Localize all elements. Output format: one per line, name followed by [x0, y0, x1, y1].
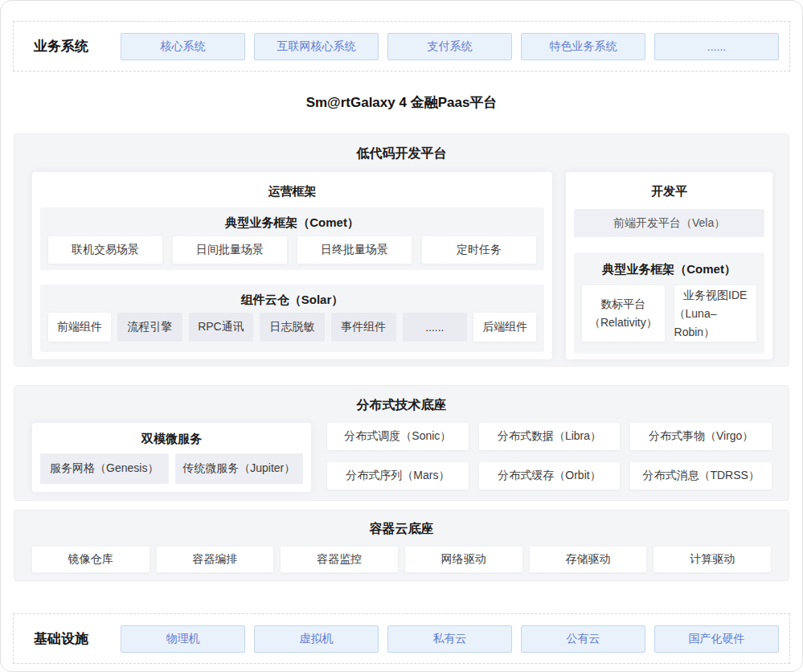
distributed-data-libra[interactable]: 分布式数据（Libra）	[479, 423, 621, 450]
dev-comet-buttons: 数标平台 （Relativity） 业务视图IDE （Luna–Robin）	[582, 285, 756, 342]
low-code-platform-title: 低代码开发平台	[14, 134, 789, 162]
frontend-dev-platform-vela[interactable]: 前端开发平台（Vela）	[574, 209, 764, 237]
dev-platform-card: 开发平 前端开发平台（Vela） 典型业务框架（Comet） 数标平台 （Rel…	[566, 172, 772, 359]
relativity-platform-button[interactable]: 数标平台 （Relativity）	[582, 285, 664, 342]
traditional-microservice-jupiter[interactable]: 传统微服务（Jupiter）	[175, 453, 304, 484]
business-system-more[interactable]: ......	[654, 33, 779, 60]
solar-component-title: 组件云仓（Solar）	[48, 291, 536, 309]
container-monitoring[interactable]: 容器监控	[281, 547, 398, 572]
infrastructure-buttons: 物理机 虚拟机 私有云 公有云 国产化硬件	[121, 625, 779, 653]
platform-title: Sm@rtGalaxy 4 金融Paas平台	[1, 94, 802, 112]
luna-robin-ide-button[interactable]: 业务视图IDE （Luna–Robin）	[674, 285, 756, 342]
service-mesh-genesis[interactable]: 服务网格（Genesis）	[40, 453, 169, 484]
distributed-sequence-mars[interactable]: 分布式序列（Mars）	[327, 462, 469, 490]
low-code-body: 运营框架 典型业务框架（Comet） 联机交易场景 日间批量场景 日终批量场景 …	[14, 162, 789, 359]
business-systems-buttons: 核心系统 互联网核心系统 支付系统 特色业务系统 ......	[121, 33, 779, 60]
infrastructure-label: 基础设施	[34, 629, 96, 648]
dual-mode-microservice-card: 双模微服务 服务网格（Genesis） 传统微服务（Jupiter）	[32, 423, 311, 492]
distributed-body: 双模微服务 服务网格（Genesis） 传统微服务（Jupiter） 分布式调度…	[14, 414, 789, 492]
container-base-section: 容器云底座 镜像仓库 容器编排 容器监控 网络驱动 存储驱动 计算驱动	[14, 510, 789, 581]
low-code-platform-section: 低代码开发平台 运营框架 典型业务框架（Comet） 联机交易场景 日间批量场景…	[14, 133, 789, 367]
infra-private-cloud[interactable]: 私有云	[387, 625, 512, 653]
dual-mode-title: 双模微服务	[32, 423, 311, 447]
dev-comet-framework-title: 典型业务框架（Comet）	[582, 260, 756, 278]
container-base-buttons: 镜像仓库 容器编排 容器监控 网络驱动 存储驱动 计算驱动	[14, 538, 789, 572]
component-backend[interactable]: 后端组件	[473, 313, 536, 342]
distributed-scheduler-sonic[interactable]: 分布式调度（Sonic）	[327, 423, 469, 450]
solar-component-buttons: 前端组件 流程引擎 RPC通讯 日志脱敏 事件组件 ...... 后端组件	[48, 313, 536, 342]
scene-scheduled-task[interactable]: 定时任务	[422, 236, 536, 264]
business-system-special[interactable]: 特色业务系统	[521, 33, 645, 60]
network-driver[interactable]: 网络驱动	[405, 547, 522, 572]
component-process-engine[interactable]: 流程引擎	[117, 313, 182, 342]
business-systems-row: 业务系统 核心系统 互联网核心系统 支付系统 特色业务系统 ......	[13, 21, 790, 72]
operation-framework-title: 运营框架	[40, 172, 544, 200]
comet-framework-buttons: 联机交易场景 日间批量场景 日终批量场景 定时任务	[48, 236, 536, 264]
architecture-diagram-page: 业务系统 核心系统 互联网核心系统 支付系统 特色业务系统 ...... Sm@…	[0, 0, 803, 672]
business-system-internet-core[interactable]: 互联网核心系统	[254, 33, 379, 60]
operation-framework-card: 运营框架 典型业务框架（Comet） 联机交易场景 日间批量场景 日终批量场景 …	[32, 172, 552, 359]
component-more[interactable]: ......	[403, 313, 468, 342]
distributed-base-title: 分布式技术底座	[14, 386, 789, 414]
luna-robin-name: 业务视图IDE	[683, 286, 747, 305]
container-base-title: 容器云底座	[14, 510, 789, 538]
comet-framework-box: 典型业务框架（Comet） 联机交易场景 日间批量场景 日终批量场景 定时任务	[40, 207, 544, 270]
dev-comet-framework-box: 典型业务框架（Comet） 数标平台 （Relativity） 业务视图IDE …	[574, 252, 764, 354]
infra-public-cloud[interactable]: 公有云	[521, 625, 645, 653]
component-rpc[interactable]: RPC通讯	[189, 313, 254, 342]
distributed-transaction-virgo[interactable]: 分布式事物（Virgo）	[630, 423, 772, 450]
component-frontend[interactable]: 前端组件	[48, 313, 111, 342]
distributed-cache-orbit[interactable]: 分布式缓存（Orbit）	[479, 462, 621, 490]
solar-component-box: 组件云仓（Solar） 前端组件 流程引擎 RPC通讯 日志脱敏 事件组件 ..…	[40, 285, 544, 352]
compute-driver[interactable]: 计算驱动	[653, 547, 771, 572]
dev-platform-title: 开发平	[574, 172, 764, 200]
distributed-base-section: 分布式技术底座 双模微服务 服务网格（Genesis） 传统微服务（Jupite…	[14, 385, 789, 501]
scene-endofday-batch[interactable]: 日终批量场景	[297, 236, 412, 264]
distributed-services-grid: 分布式调度（Sonic） 分布式数据（Libra） 分布式事物（Virgo） 分…	[327, 423, 772, 492]
image-registry[interactable]: 镜像仓库	[32, 547, 150, 572]
infra-domestic-hardware[interactable]: 国产化硬件	[654, 625, 779, 653]
scene-online-transaction[interactable]: 联机交易场景	[48, 236, 162, 264]
infrastructure-row: 基础设施 物理机 虚拟机 私有云 公有云 国产化硬件	[13, 613, 790, 664]
infra-virtual-machine[interactable]: 虚拟机	[254, 625, 379, 653]
relativity-name: 数标平台	[600, 295, 645, 313]
component-log-masking[interactable]: 日志脱敏	[260, 313, 325, 342]
luna-robin-code: （Luna–Robin）	[674, 305, 756, 342]
business-systems-label: 业务系统	[34, 37, 96, 55]
relativity-code: （Relativity）	[589, 313, 658, 332]
distributed-message-tdrss[interactable]: 分布式消息（TDRSS）	[630, 462, 772, 490]
comet-framework-title: 典型业务框架（Comet）	[48, 214, 536, 232]
scene-daytime-batch[interactable]: 日间批量场景	[173, 236, 287, 264]
storage-driver[interactable]: 存储驱动	[530, 547, 647, 572]
business-system-core[interactable]: 核心系统	[121, 33, 245, 60]
container-orchestration[interactable]: 容器编排	[157, 547, 274, 572]
business-system-payment[interactable]: 支付系统	[387, 33, 512, 60]
component-event[interactable]: 事件组件	[331, 313, 396, 342]
infra-physical-machine[interactable]: 物理机	[121, 625, 245, 653]
dual-mode-buttons: 服务网格（Genesis） 传统微服务（Jupiter）	[32, 453, 311, 484]
